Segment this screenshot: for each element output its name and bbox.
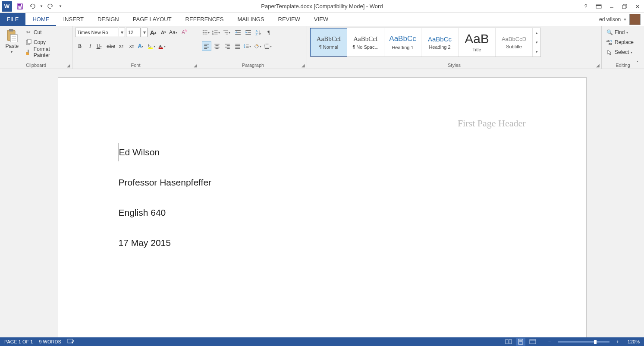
- cut-label: Cut: [34, 29, 42, 35]
- shrink-font-button[interactable]: A▾: [159, 28, 168, 37]
- spell-check-icon[interactable]: [67, 338, 74, 345]
- select-button[interactable]: Select▾: [604, 47, 637, 57]
- format-painter-button[interactable]: Format Painter: [23, 47, 69, 57]
- redo-button[interactable]: [46, 1, 56, 12]
- align-left-button[interactable]: [202, 41, 211, 51]
- save-button[interactable]: [15, 1, 25, 12]
- undo-dropdown[interactable]: ▼: [39, 1, 44, 12]
- show-hide-button[interactable]: ¶: [264, 28, 273, 37]
- underline-button[interactable]: U▾: [96, 41, 105, 51]
- help-button[interactable]: ?: [579, 1, 592, 12]
- user-name: ed wilson: [599, 16, 621, 22]
- svg-rect-17: [28, 39, 31, 44]
- print-layout-button[interactable]: [516, 338, 525, 346]
- bullets-button[interactable]: ▾: [202, 28, 211, 37]
- align-center-button[interactable]: [212, 41, 222, 51]
- svg-rect-1: [18, 4, 21, 6]
- font-size-dropdown[interactable]: ▾: [141, 28, 148, 37]
- document-line[interactable]: 17 May 2015: [119, 234, 526, 252]
- paragraph-launcher[interactable]: ◢: [301, 63, 306, 68]
- document-line[interactable]: English 640: [119, 204, 526, 222]
- text-effects-button[interactable]: A▾: [137, 41, 147, 51]
- clipboard-launcher[interactable]: ◢: [66, 63, 71, 68]
- page-indicator[interactable]: PAGE 1 OF 1: [4, 339, 33, 344]
- restore-button[interactable]: [618, 1, 631, 12]
- tab-view[interactable]: VIEW: [307, 13, 335, 26]
- tab-design[interactable]: DESIGN: [91, 13, 126, 26]
- borders-button[interactable]: ▾: [264, 41, 273, 51]
- styles-launcher[interactable]: ◢: [595, 63, 600, 68]
- styles-expand[interactable]: ▾: [533, 47, 540, 57]
- subscript-button[interactable]: x2: [116, 41, 126, 51]
- document-area[interactable]: First Page Header Ed Wilson Professor Ha…: [0, 69, 644, 337]
- bold-button[interactable]: B: [75, 41, 85, 51]
- grow-font-button[interactable]: A▴: [148, 28, 158, 37]
- style-subtitle[interactable]: AaBbCcDSubtitle: [496, 28, 533, 57]
- user-account[interactable]: ed wilson ▼: [599, 13, 644, 26]
- zoom-out-button[interactable]: −: [547, 339, 553, 344]
- minimize-button[interactable]: [605, 1, 618, 12]
- font-color-button[interactable]: A▾: [158, 41, 167, 51]
- copy-button[interactable]: Copy: [23, 38, 69, 47]
- justify-button[interactable]: [233, 41, 242, 51]
- document-line[interactable]: Ed Wilson: [119, 143, 526, 161]
- strikethrough-button[interactable]: abc: [106, 41, 116, 51]
- zoom-in-button[interactable]: +: [615, 339, 621, 344]
- zoom-percentage[interactable]: 120%: [623, 339, 640, 344]
- tab-page-layout[interactable]: PAGE LAYOUT: [126, 13, 179, 26]
- numbering-button[interactable]: 123▾: [212, 28, 222, 37]
- word-count[interactable]: 9 WORDS: [39, 339, 61, 344]
- cut-button[interactable]: ✂Cut: [23, 28, 69, 37]
- replace-button[interactable]: abacReplace: [604, 38, 637, 47]
- clear-formatting-button[interactable]: A: [179, 28, 189, 37]
- zoom-slider-thumb[interactable]: [594, 340, 597, 344]
- style-title[interactable]: AaBTitle: [459, 28, 496, 57]
- style-heading2[interactable]: AaBbCcHeading 2: [421, 28, 459, 57]
- font-size-input[interactable]: 12: [126, 28, 141, 37]
- tab-home[interactable]: HOME: [25, 13, 56, 26]
- increase-indent-button[interactable]: [243, 28, 253, 37]
- zoom-slider[interactable]: [558, 341, 609, 343]
- multilevel-list-button[interactable]: ▾: [223, 28, 232, 37]
- style-no-spacing[interactable]: AaBbCcI¶ No Spac...: [347, 28, 384, 57]
- tab-references[interactable]: REFERENCES: [179, 13, 231, 26]
- sort-button[interactable]: AZ: [254, 28, 263, 37]
- svg-text:A: A: [159, 44, 162, 48]
- highlight-button[interactable]: ▾: [148, 41, 157, 51]
- align-right-button[interactable]: [223, 41, 232, 51]
- chevron-down-icon: ▾: [631, 50, 635, 54]
- styles-scroll-up[interactable]: ▴: [533, 28, 540, 38]
- style-heading1[interactable]: AaBbCcHeading 1: [384, 28, 421, 57]
- web-layout-button[interactable]: [528, 338, 537, 346]
- font-name-dropdown[interactable]: ▾: [119, 28, 125, 37]
- group-label-paragraph: Paragraph: [202, 62, 304, 68]
- style-normal[interactable]: AaBbCcI¶ Normal: [310, 28, 347, 57]
- shading-button[interactable]: ▾: [254, 41, 263, 51]
- change-case-button[interactable]: Aa▾: [169, 28, 179, 37]
- document-page[interactable]: First Page Header Ed Wilson Professor Ha…: [58, 78, 586, 337]
- document-line[interactable]: Professor Hasenpfeffer: [119, 173, 526, 192]
- collapse-ribbon-button[interactable]: ˆ: [634, 61, 641, 67]
- superscript-button[interactable]: x2: [127, 41, 136, 51]
- styles-scroll-down[interactable]: ▾: [533, 38, 540, 47]
- ribbon-display-options[interactable]: [592, 1, 605, 12]
- find-button[interactable]: 🔍Find▾: [604, 28, 637, 37]
- tab-insert[interactable]: INSERT: [56, 13, 90, 26]
- font-launcher[interactable]: ◢: [193, 63, 198, 68]
- tab-mailings[interactable]: MAILINGS: [230, 13, 271, 26]
- line-spacing-button[interactable]: ▾: [243, 41, 253, 51]
- paste-button[interactable]: Paste ▼: [3, 28, 22, 55]
- copy-icon: [25, 39, 32, 46]
- decrease-indent-button[interactable]: [233, 28, 242, 37]
- close-button[interactable]: [631, 1, 644, 12]
- read-mode-button[interactable]: [504, 338, 513, 346]
- tab-review[interactable]: REVIEW: [271, 13, 307, 26]
- qat-customize[interactable]: ▼: [58, 1, 63, 12]
- undo-button[interactable]: [27, 1, 37, 12]
- file-tab[interactable]: FILE: [0, 13, 25, 26]
- svg-rect-19: [28, 50, 29, 53]
- italic-button[interactable]: I: [85, 41, 95, 51]
- font-name-input[interactable]: Times New Ro: [75, 28, 118, 37]
- group-label-styles: Styles: [310, 62, 599, 68]
- format-painter-label: Format Painter: [34, 46, 68, 58]
